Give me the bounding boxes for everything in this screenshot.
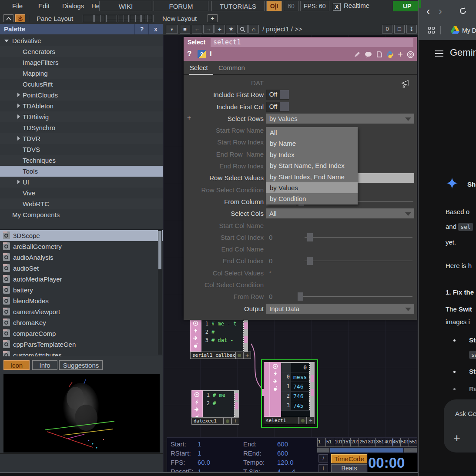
toggle-knob[interactable] bbox=[280, 90, 289, 99]
tree-item-imagefilters[interactable]: ImageFilters bbox=[0, 57, 163, 68]
menu-output[interactable]: Input Data bbox=[266, 304, 414, 314]
slider-track[interactable] bbox=[305, 261, 412, 261]
toggle-knob[interactable] bbox=[280, 102, 289, 111]
layout-preset-button[interactable] bbox=[130, 15, 141, 22]
node-select1[interactable]: 00mess174627463745select1+ bbox=[264, 362, 315, 424]
chevron-right-icon[interactable] bbox=[17, 114, 20, 119]
response-heading[interactable]: Sho bbox=[467, 181, 476, 188]
attach-plus-icon[interactable]: + bbox=[453, 432, 460, 445]
component-item-blendmodes[interactable]: blendModes bbox=[0, 295, 163, 306]
timeline-field-value[interactable]: 120.0 bbox=[277, 459, 295, 466]
node-viewer-dot[interactable] bbox=[299, 417, 307, 424]
tree-item-tdvr[interactable]: TDVR bbox=[0, 133, 163, 144]
info-icon[interactable]: i bbox=[210, 50, 212, 58]
slider-knob[interactable] bbox=[307, 233, 313, 241]
chevron-right-icon[interactable] bbox=[17, 136, 20, 141]
apps-grid-icon[interactable] bbox=[428, 27, 435, 34]
layout-preset-button[interactable] bbox=[118, 15, 129, 22]
realtime-checkbox[interactable]: X bbox=[333, 3, 341, 11]
dropdown-option-by-values[interactable]: by Values bbox=[266, 182, 358, 193]
menu-edit[interactable]: Edit bbox=[38, 2, 50, 10]
node-output-strip[interactable] bbox=[310, 362, 315, 417]
lock-icon[interactable] bbox=[192, 342, 200, 349]
layout-preset-button[interactable] bbox=[106, 15, 117, 22]
dropdown-option-by-index[interactable]: by Index bbox=[266, 149, 358, 160]
menu-file[interactable]: File bbox=[12, 2, 23, 10]
component-item-comparecomp[interactable]: compareComp bbox=[0, 328, 163, 339]
bolt-icon[interactable] bbox=[192, 328, 200, 335]
collapse-pane-icon[interactable]: ↧ bbox=[406, 25, 417, 34]
node-viewer-dot[interactable] bbox=[224, 417, 231, 425]
timeline-range-bar[interactable]: ⋯ ⋯ bbox=[317, 447, 417, 453]
node-name-label[interactable]: datexec1 bbox=[191, 417, 224, 425]
tab-common[interactable]: Common bbox=[218, 64, 245, 71]
help-icon[interactable]: ? bbox=[187, 50, 191, 58]
tab-info[interactable]: Info bbox=[32, 360, 57, 370]
maximize-pane-icon[interactable]: □ bbox=[394, 25, 405, 34]
param-control[interactable]: Off bbox=[266, 102, 414, 112]
toggle-include-first-col[interactable]: Off bbox=[266, 102, 289, 112]
timeline-field-value[interactable]: 600 bbox=[277, 449, 295, 457]
toggle-include-first-row[interactable]: Off bbox=[266, 90, 289, 100]
scrollbar-thumb[interactable] bbox=[158, 231, 161, 269]
node-viewer-dot[interactable] bbox=[235, 352, 243, 359]
node-datexec1[interactable]: 1# me2#datexec1+ bbox=[191, 390, 245, 425]
slider-knob[interactable] bbox=[307, 257, 313, 265]
layout-preset-button[interactable] bbox=[141, 15, 152, 22]
timeline-independent-button[interactable]: I bbox=[318, 464, 328, 473]
node-output-strip[interactable] bbox=[235, 390, 239, 417]
node-flag-strip[interactable] bbox=[191, 390, 203, 417]
timeline-slash-button[interactable]: / bbox=[318, 454, 328, 463]
arrow-icon[interactable] bbox=[192, 335, 200, 342]
dropdown-option-all[interactable]: All bbox=[266, 127, 358, 138]
slider-knob[interactable] bbox=[298, 292, 303, 301]
timeline-field-value[interactable]: 1 bbox=[198, 440, 243, 448]
palette-help-button[interactable]: ? bbox=[134, 24, 149, 34]
timeline-field-value[interactable]: 60.0 bbox=[198, 459, 243, 466]
tree-item-tdvs[interactable]: TDVS bbox=[0, 144, 163, 155]
tree-item-oculusrift[interactable]: OculusRift bbox=[0, 79, 163, 90]
param-control[interactable]: Input Data bbox=[266, 304, 414, 314]
node-name-label[interactable]: select1 bbox=[264, 417, 299, 424]
component-item-cppparstemplategen[interactable]: cppParsTemplateGen bbox=[0, 339, 163, 350]
home-icon[interactable]: ⌂ bbox=[248, 25, 259, 34]
midi-io-indicator[interactable]: O|I bbox=[266, 1, 282, 11]
node-serial1-callbacks[interactable]: 1# me - t2#3# dat -serial1_callbacks+ bbox=[190, 319, 254, 359]
browser-refresh-icon[interactable] bbox=[459, 7, 467, 15]
component-item-battery[interactable]: battery bbox=[0, 285, 163, 295]
target-icon[interactable] bbox=[272, 363, 279, 370]
timeline-field-value[interactable]: 1 bbox=[198, 449, 243, 457]
output-connector[interactable] bbox=[235, 402, 238, 409]
browser-forward-icon[interactable]: › bbox=[439, 5, 442, 17]
tree-item-tdbitwig[interactable]: TDBitwig bbox=[0, 111, 163, 122]
menu-dialogs[interactable]: Dialogs bbox=[62, 2, 84, 10]
tree-item-tools[interactable]: Tools bbox=[0, 166, 163, 177]
arrow-icon[interactable] bbox=[272, 378, 279, 385]
drive-tab-label[interactable]: My D bbox=[462, 27, 476, 34]
pane-maximize-icon[interactable] bbox=[3, 14, 13, 22]
component-item-automediaplayer[interactable]: autoMediaPlayer bbox=[0, 274, 163, 285]
menu-select-cols[interactable]: All bbox=[266, 208, 414, 218]
operator-name-field[interactable]: select1 bbox=[211, 38, 413, 47]
palette-close-button[interactable]: x bbox=[148, 24, 163, 34]
menu-select-rows[interactable]: by Values bbox=[266, 114, 414, 124]
timeline-field-value[interactable]: 600 bbox=[277, 440, 295, 448]
update-button[interactable]: UP bbox=[393, 1, 420, 11]
target-icon[interactable] bbox=[192, 320, 200, 327]
google-drive-icon[interactable] bbox=[451, 26, 459, 34]
chevron-down-icon[interactable] bbox=[4, 40, 9, 42]
component-item-audioanalysis[interactable]: audioAnalysis bbox=[0, 252, 163, 263]
node-flag-strip[interactable] bbox=[190, 319, 201, 352]
beats-mode-button[interactable]: Beats bbox=[331, 464, 367, 473]
range-bar[interactable] bbox=[330, 448, 403, 453]
node-flag-strip[interactable] bbox=[270, 362, 281, 417]
tab-icon[interactable]: Icon bbox=[3, 360, 30, 370]
param-control[interactable]: Off bbox=[266, 90, 414, 100]
copy-parameters-icon[interactable] bbox=[376, 51, 382, 58]
node-output-strip[interactable] bbox=[244, 319, 248, 352]
output-connector[interactable] bbox=[244, 322, 248, 329]
slider-track[interactable] bbox=[305, 237, 412, 238]
dialog-titlebar[interactable]: Select select1 bbox=[184, 37, 417, 48]
back-icon[interactable]: ← bbox=[192, 25, 202, 34]
input-connector[interactable] bbox=[262, 389, 265, 396]
